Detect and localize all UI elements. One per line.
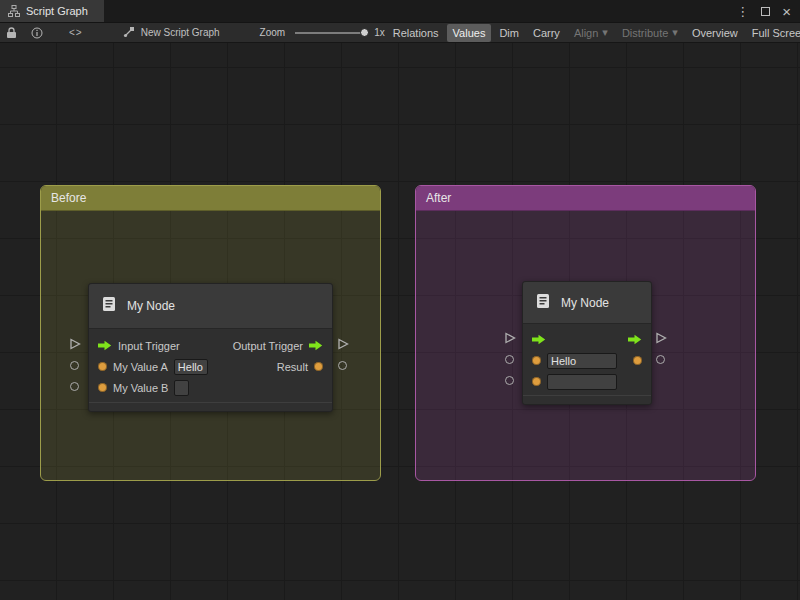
node-header[interactable]: My Node: [89, 284, 332, 329]
value-a-label: My Value A: [113, 361, 168, 373]
value-a-input[interactable]: [547, 353, 617, 369]
value-a-row: My Value A Result: [89, 356, 332, 377]
tab-bar: Script Graph ⋮ ×: [0, 0, 800, 22]
window-controls: ⋮ ×: [736, 0, 800, 22]
graph-toolbar: <> New Script Graph Zoom 1x Relations Va…: [0, 22, 800, 43]
value-a-port[interactable]: [98, 362, 107, 371]
group-before-title: Before: [51, 191, 86, 205]
zoom-slider[interactable]: [295, 28, 367, 38]
kebab-menu-icon[interactable]: ⋮: [736, 5, 749, 18]
graph-icon: [123, 26, 135, 40]
external-value-a-port[interactable]: [505, 355, 514, 364]
external-flow-output-port[interactable]: [655, 332, 667, 344]
value-a-input[interactable]: [174, 359, 208, 375]
align-label: Align: [574, 27, 598, 39]
output-trigger-port[interactable]: [309, 340, 323, 351]
value-b-port[interactable]: [98, 383, 107, 392]
maximize-icon[interactable]: [761, 7, 770, 16]
relations-button[interactable]: Relations: [387, 24, 445, 42]
external-result-port[interactable]: [656, 355, 665, 364]
node-title: My Node: [127, 299, 175, 313]
script-node-icon: [100, 295, 118, 317]
node-footer: [523, 395, 651, 404]
align-button[interactable]: Align ▾: [568, 23, 614, 42]
external-result-port[interactable]: [338, 361, 347, 370]
trigger-row: [523, 329, 651, 350]
lock-icon[interactable]: [6, 27, 17, 39]
value-b-input[interactable]: [174, 380, 189, 396]
distribute-label: Distribute: [622, 27, 668, 39]
external-value-b-port[interactable]: [70, 382, 79, 391]
value-b-port[interactable]: [532, 377, 541, 386]
node-header[interactable]: My Node: [523, 282, 651, 324]
script-node-icon: [534, 292, 552, 314]
input-trigger-port[interactable]: [532, 334, 546, 345]
values-button[interactable]: Values: [447, 24, 492, 42]
external-flow-output-port[interactable]: [337, 338, 349, 350]
node-my-node-after[interactable]: My Node: [522, 281, 652, 405]
zoom-label: Zoom: [260, 27, 286, 38]
external-value-b-port[interactable]: [505, 376, 514, 385]
value-a-row: [523, 350, 651, 371]
chevron-down-icon: ▾: [602, 26, 608, 39]
result-port[interactable]: [633, 356, 642, 365]
result-port[interactable]: [314, 362, 323, 371]
carry-button[interactable]: Carry: [527, 24, 566, 42]
graph-canvas[interactable]: Before After My Node Input Trigger Outpu…: [0, 43, 800, 600]
input-trigger-label: Input Trigger: [118, 340, 180, 352]
external-flow-input-port[interactable]: [69, 338, 81, 350]
script-graph-icon: [8, 5, 20, 17]
group-after-header[interactable]: After: [416, 186, 755, 211]
close-icon[interactable]: ×: [782, 4, 791, 19]
node-title: My Node: [561, 296, 609, 310]
node-my-node-before[interactable]: My Node Input Trigger Output Trigger My …: [88, 283, 333, 412]
external-flow-input-port[interactable]: [504, 332, 516, 344]
overview-button[interactable]: Overview: [686, 24, 744, 42]
tab-title: Script Graph: [26, 5, 88, 17]
value-b-row: [523, 371, 651, 392]
trigger-row: Input Trigger Output Trigger: [89, 335, 332, 356]
group-before-header[interactable]: Before: [41, 186, 380, 211]
tab-script-graph[interactable]: Script Graph: [0, 0, 104, 22]
result-label: Result: [277, 361, 308, 373]
graph-name-label: New Script Graph: [141, 27, 220, 38]
value-b-label: My Value B: [113, 382, 168, 394]
chevron-down-icon: ▾: [672, 26, 678, 39]
node-body: Input Trigger Output Trigger My Value A …: [89, 329, 332, 402]
output-trigger-label: Output Trigger: [233, 340, 303, 352]
info-icon[interactable]: [31, 27, 43, 39]
graph-selector[interactable]: New Script Graph: [123, 26, 220, 40]
input-trigger-port[interactable]: [98, 340, 112, 351]
dim-button[interactable]: Dim: [493, 24, 525, 42]
full-screen-button[interactable]: Full Screen: [746, 24, 800, 42]
code-icon[interactable]: <>: [69, 27, 83, 38]
external-value-a-port[interactable]: [70, 361, 79, 370]
distribute-button[interactable]: Distribute ▾: [616, 23, 684, 42]
value-a-port[interactable]: [532, 356, 541, 365]
node-body: [523, 324, 651, 395]
node-footer: [89, 402, 332, 411]
value-b-row: My Value B: [89, 377, 332, 398]
value-b-input[interactable]: [547, 374, 617, 390]
zoom-slider-knob[interactable]: [360, 28, 369, 37]
group-after-title: After: [426, 191, 451, 205]
output-trigger-port[interactable]: [628, 334, 642, 345]
zoom-slider-track: [295, 32, 367, 34]
zoom-value: 1x: [374, 27, 385, 38]
